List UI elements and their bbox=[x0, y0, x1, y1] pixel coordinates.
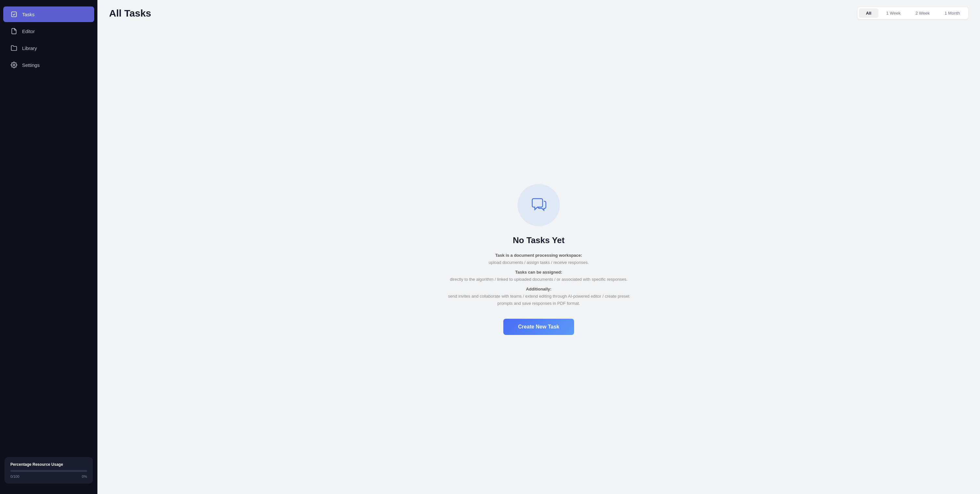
resource-current: 0/100 bbox=[10, 475, 19, 478]
chat-bubbles-icon bbox=[529, 195, 549, 215]
tasks-icon bbox=[10, 11, 18, 18]
empty-state-desc3: Additionally: send invites and collabora… bbox=[448, 286, 630, 307]
settings-icon bbox=[10, 61, 18, 68]
sidebar-item-editor-label: Editor bbox=[22, 29, 35, 34]
filter-tab-1week[interactable]: 1 Week bbox=[879, 8, 908, 18]
resource-usage-card: Percentage Resource Usage 0/100 0% bbox=[5, 457, 93, 484]
page-title: All Tasks bbox=[109, 8, 151, 19]
filter-tabs: All 1 Week 2 Week 1 Month bbox=[858, 7, 968, 19]
filter-tab-2week[interactable]: 2 Week bbox=[908, 8, 937, 18]
resource-percent: 0% bbox=[82, 475, 87, 478]
empty-state-icon-circle bbox=[518, 184, 560, 226]
sidebar: Tasks Editor Library Settings Pe bbox=[0, 0, 97, 494]
resource-bar-background bbox=[10, 470, 87, 472]
sidebar-item-editor[interactable]: Editor bbox=[3, 23, 94, 39]
sidebar-item-tasks-label: Tasks bbox=[22, 12, 34, 17]
sidebar-item-library-label: Library bbox=[22, 45, 37, 51]
sidebar-item-settings[interactable]: Settings bbox=[3, 57, 94, 73]
sidebar-item-tasks[interactable]: Tasks bbox=[3, 6, 94, 22]
library-icon bbox=[10, 44, 18, 52]
resource-labels: 0/100 0% bbox=[10, 475, 87, 478]
filter-tab-1month[interactable]: 1 Month bbox=[937, 8, 967, 18]
main-content: All Tasks All 1 Week 2 Week 1 Month No T… bbox=[97, 0, 980, 494]
sidebar-item-library[interactable]: Library bbox=[3, 40, 94, 56]
page-header: All Tasks All 1 Week 2 Week 1 Month bbox=[97, 0, 980, 25]
filter-tab-all[interactable]: All bbox=[859, 8, 879, 18]
svg-point-1 bbox=[13, 64, 15, 66]
resource-usage-title: Percentage Resource Usage bbox=[10, 462, 87, 467]
content-area: No Tasks Yet Task is a document processi… bbox=[97, 25, 980, 494]
empty-state-desc2: Tasks can be assigned: directly to the a… bbox=[450, 269, 627, 283]
create-new-task-button[interactable]: Create New Task bbox=[503, 319, 574, 335]
empty-state-title: No Tasks Yet bbox=[513, 235, 564, 245]
empty-state: No Tasks Yet Task is a document processi… bbox=[448, 184, 630, 335]
sidebar-item-settings-label: Settings bbox=[22, 62, 40, 68]
editor-icon bbox=[10, 28, 18, 35]
svg-rect-0 bbox=[12, 12, 17, 17]
empty-state-desc1: Task is a document processing workspace:… bbox=[489, 252, 589, 266]
